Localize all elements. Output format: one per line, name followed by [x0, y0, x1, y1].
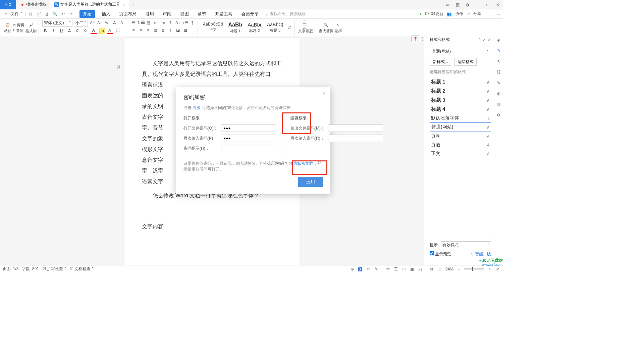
shading-icon[interactable]: ◪: [175, 27, 181, 33]
accessibility-icon[interactable]: ♿: [358, 266, 363, 272]
superscript-icon[interactable]: X²: [74, 28, 80, 34]
grid-icon[interactable]: ▦: [454, 1, 461, 8]
tab-developer[interactable]: 开发工具: [213, 10, 234, 18]
hint-input[interactable]: [221, 145, 276, 152]
private-doc-link[interactable]: 转为私密文档: [289, 161, 313, 166]
apply-button[interactable]: 应用: [298, 177, 323, 187]
tab-insert[interactable]: 插入: [100, 10, 112, 18]
open-icon[interactable]: 📄: [36, 11, 42, 17]
show-select[interactable]: 有效样式˅: [441, 241, 491, 249]
italic-icon[interactable]: I: [50, 28, 56, 34]
advanced-link[interactable]: 高级: [193, 105, 201, 110]
current-style-select[interactable]: 普通(网站)˅: [430, 47, 491, 56]
page-indicator[interactable]: 页面: 1/3: [3, 266, 18, 272]
file-menu[interactable]: 文件: [11, 11, 19, 17]
doccheck-toggle[interactable]: ☑ 文档检查 ˅: [70, 266, 94, 272]
new-doc-icon[interactable]: 🗋: [28, 11, 34, 17]
multilevel-icon[interactable]: ▤: [145, 20, 151, 26]
distribute-icon[interactable]: ≣: [160, 27, 166, 33]
smart-layout-link[interactable]: ⊕ 智能排版: [471, 251, 491, 257]
bold-icon[interactable]: B: [42, 28, 48, 34]
word-count[interactable]: 字数: 891: [22, 266, 39, 272]
spellcheck-toggle[interactable]: ☑ 拼写检查 ˅: [42, 266, 66, 272]
align-center-icon[interactable]: ≡: [138, 27, 144, 33]
style-body[interactable]: AaBbCcDd正文: [201, 21, 224, 35]
char-border-icon[interactable]: 囗: [115, 28, 121, 34]
justify-icon[interactable]: ≣: [153, 27, 159, 33]
text-layout-button[interactable]: 三三文字排版: [298, 22, 313, 34]
pin-icon[interactable]: ⤢: [482, 38, 486, 42]
find-replace-button[interactable]: 🔍查找替换: [319, 22, 333, 34]
font-name-select[interactable]: 宋体 (正文)˅: [42, 20, 72, 27]
copy-button[interactable]: ⎘ 复制: [13, 28, 24, 33]
settings-status-icon[interactable]: ⚙: [366, 266, 371, 272]
collab-button[interactable]: 协作: [455, 11, 463, 17]
list-dots-icon[interactable]: ⋮: [487, 234, 491, 238]
tab-sections[interactable]: 章节: [196, 10, 208, 18]
paste-button[interactable]: 📋 粘贴: [4, 22, 11, 34]
fit-page-icon[interactable]: □: [437, 266, 443, 272]
style-item-h2[interactable]: 标题 2↲: [430, 87, 491, 96]
hamburger-icon[interactable]: ≡: [3, 11, 9, 17]
highlight-icon[interactable]: ab: [99, 28, 105, 34]
refresh-icon[interactable]: ↻: [496, 80, 502, 86]
style-item-default-font[interactable]: 默认段落字体a: [430, 114, 491, 122]
tab-home[interactable]: 首页: [0, 0, 16, 9]
settings-icon[interactable]: ⚙: [496, 112, 502, 118]
bullets-icon[interactable]: ☰: [130, 20, 137, 26]
view-web-icon[interactable]: ▦: [410, 266, 415, 272]
cloud-update-text[interactable]: 07-04更新: [425, 11, 443, 17]
increase-indent-icon[interactable]: ⇥: [160, 20, 166, 26]
more-icon[interactable]: ⋮: [489, 12, 493, 16]
style-item-normal-web[interactable]: 普通(网站)↲: [430, 122, 491, 132]
target-icon[interactable]: ◎: [496, 91, 502, 97]
open-password-input[interactable]: [221, 124, 276, 132]
style-item-h4[interactable]: 标题 4↲: [430, 105, 491, 114]
line-spacing-icon[interactable]: ↕☰: [182, 20, 188, 26]
tab-templates[interactable]: ◆ 找稿壳模板: [16, 0, 50, 9]
change-case-icon[interactable]: Aa: [104, 20, 110, 26]
align-right-icon[interactable]: ≡: [145, 27, 151, 33]
close-panel-icon[interactable]: ✕: [488, 38, 491, 42]
fit-width-icon[interactable]: ⧉: [429, 266, 435, 272]
tab-start[interactable]: 开始: [79, 10, 95, 18]
diamond-icon[interactable]: ◈: [496, 37, 502, 43]
tab-document-active[interactable]: W 文字是人类用符...远的方式和工具 ×: [50, 0, 129, 9]
align-left-icon[interactable]: ≡: [130, 27, 137, 33]
clear-format-button[interactable]: 清除格式: [454, 58, 477, 66]
zoom-value[interactable]: 84%: [445, 267, 453, 271]
style-item-body[interactable]: 正文↲: [430, 149, 491, 158]
tab-member[interactable]: 会员专享: [239, 10, 261, 18]
new-tab-button[interactable]: +: [129, 0, 139, 9]
edit-status-icon[interactable]: ✎: [374, 266, 379, 272]
style-h1[interactable]: AaBb标题 1: [226, 21, 244, 35]
tab-references[interactable]: 引用: [143, 10, 156, 18]
decrease-indent-icon[interactable]: ⇤: [153, 20, 159, 26]
char-shading-icon[interactable]: A: [107, 28, 113, 34]
borders-icon[interactable]: ▦: [182, 27, 188, 33]
maximize-button[interactable]: □: [484, 1, 491, 8]
minimize-button[interactable]: —: [474, 1, 481, 8]
pencil-icon[interactable]: ✎: [496, 48, 502, 54]
tab-page-layout[interactable]: 页面布局: [117, 10, 139, 18]
style-item-header[interactable]: 页眉↲: [430, 141, 491, 149]
nav-dots-icon[interactable]: ⋮: [421, 37, 425, 41]
decrease-font-icon[interactable]: A⁻: [97, 20, 103, 26]
preview-icon[interactable]: 🔍: [52, 11, 58, 17]
preview-checkbox[interactable]: 显示预览: [430, 251, 451, 257]
avatar-icon[interactable]: ◑: [464, 1, 471, 8]
line-height-icon[interactable]: ↕: [167, 27, 173, 33]
subscript-icon[interactable]: X₂: [83, 28, 89, 34]
add-icon[interactable]: ⊕: [350, 266, 355, 272]
location-pin-icon[interactable]: 📍: [412, 36, 419, 42]
open-confirm-input[interactable]: [221, 135, 276, 142]
arrow-icon[interactable]: ↖: [496, 58, 502, 64]
edit-confirm-input[interactable]: [328, 135, 383, 142]
select-button[interactable]: ↖选择: [335, 22, 342, 34]
tab-review[interactable]: 审阅: [161, 10, 173, 18]
more-styles-icon[interactable]: ⇵: [286, 25, 292, 31]
style-item-h1[interactable]: 标题 1↲: [430, 78, 491, 87]
increase-font-icon[interactable]: A⁺: [89, 20, 95, 26]
zoom-out-icon[interactable]: −: [456, 266, 462, 272]
show-marks-icon[interactable]: ¶: [190, 20, 196, 26]
